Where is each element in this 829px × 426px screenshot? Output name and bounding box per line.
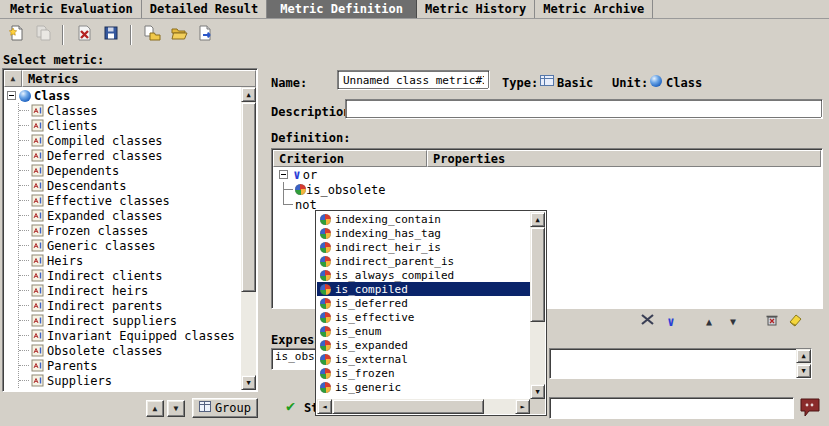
export-metric-button[interactable]	[193, 22, 218, 47]
tree-item-label: Generic classes	[44, 239, 155, 253]
new-metric-button[interactable]	[3, 22, 28, 47]
criterion-icon	[320, 354, 331, 365]
dropdown-item-is-external[interactable]: is_external	[317, 352, 530, 366]
description-input[interactable]	[346, 100, 822, 118]
collapse-toggle-icon[interactable]	[7, 91, 16, 100]
criterion-icon	[320, 228, 331, 239]
expression-text-area[interactable]: ▲ ▼	[549, 348, 812, 379]
tree-item-classes[interactable]: Classes	[19, 103, 240, 118]
criteria-row-or[interactable]: ∨ or	[274, 167, 820, 182]
move-metric-up-button[interactable]: ▲	[146, 400, 164, 417]
erase-criterion-button[interactable]	[784, 311, 806, 331]
tree-item-indirect-suppliers[interactable]: Indirect suppliers	[19, 313, 240, 328]
dropdown-item-is-always-compiled[interactable]: is_always_compiled	[317, 268, 530, 282]
group-toggle-button[interactable]: Group	[192, 398, 258, 418]
tree-item-dependents[interactable]: Dependents	[19, 163, 240, 178]
metrics-column-header[interactable]: Metrics	[22, 70, 256, 87]
tree-connector-line	[279, 182, 295, 197]
tab-metric-definition[interactable]: Metric Definition	[267, 0, 417, 18]
tab-metric-history[interactable]: Metric History	[417, 0, 535, 18]
tree-item-effective-classes[interactable]: Effective classes	[19, 193, 240, 208]
tree-branch-line	[19, 350, 29, 351]
criterion-label: is_obsolete	[306, 183, 385, 197]
dropdown-item-is-deferred[interactable]: is_deferred	[317, 296, 530, 310]
criteria-row-is-obsolete[interactable]: is_obsolete	[274, 182, 820, 197]
tree-item-clients[interactable]: Clients	[19, 118, 240, 133]
dropdown-item-is-effective[interactable]: is_effective	[317, 310, 530, 324]
tree-scrollbar[interactable]: ▲ ▼	[241, 87, 256, 390]
tab-bar: Metric Evaluation Detailed Result Metric…	[0, 0, 829, 19]
dropdown-vscroll-thumb[interactable]	[530, 227, 545, 322]
tab-metric-evaluation[interactable]: Metric Evaluation	[2, 0, 142, 18]
scroll-down-icon[interactable]: ▼	[241, 375, 256, 390]
delete-metric-button[interactable]	[71, 22, 96, 47]
expression-scrollbar[interactable]: ▲ ▼	[796, 349, 811, 378]
tree-branch-line	[19, 215, 29, 216]
metric-item-icon	[31, 224, 44, 237]
scroll-down-icon[interactable]: ▼	[530, 384, 545, 399]
tree-item-obsolete-classes[interactable]: Obsolete classes	[19, 343, 240, 358]
tree-item-indirect-parents[interactable]: Indirect parents	[19, 298, 240, 313]
tree-item-expanded-classes[interactable]: Expanded classes	[19, 208, 240, 223]
scroll-up-icon[interactable]: ▲	[241, 87, 256, 102]
tree-root-class[interactable]: Class	[5, 88, 240, 103]
dropdown-vscrollbar[interactable]: ▲ ▼	[530, 212, 545, 399]
save-metric-button[interactable]	[98, 22, 123, 47]
move-criterion-down-button[interactable]: ▼	[722, 311, 744, 331]
criterion-column-header[interactable]: Criterion	[273, 150, 427, 167]
tree-scrollbar-thumb[interactable]	[241, 102, 256, 292]
criterion-dropdown-list: indexing_contain indexing_has_tag indire…	[317, 212, 530, 399]
delete-criterion-button[interactable]	[760, 311, 782, 331]
duplicate-metric-button[interactable]	[30, 22, 55, 47]
scroll-right-icon[interactable]: ►	[515, 399, 530, 414]
import-metrics-button[interactable]	[139, 22, 164, 47]
tree-item-frozen-classes[interactable]: Frozen classes	[19, 223, 240, 238]
scroll-up-icon[interactable]: ▲	[530, 212, 545, 227]
tab-metric-archive[interactable]: Metric Archive	[535, 0, 653, 18]
tree-item-compiled-classes[interactable]: Compiled classes	[19, 133, 240, 148]
move-metric-down-button[interactable]: ▼	[167, 400, 185, 417]
class-unit-icon	[19, 90, 31, 102]
tree-item-indirect-heirs[interactable]: Indirect heirs	[19, 283, 240, 298]
tree-item-generic-classes[interactable]: Generic classes	[19, 238, 240, 253]
sort-ascending-icon[interactable]: ▲	[4, 70, 22, 87]
tree-item-label: Expanded classes	[44, 209, 163, 223]
dropdown-item-is-compiled[interactable]: is_compiled	[317, 282, 530, 296]
status-field[interactable]	[549, 397, 794, 419]
tree-item-invariant-equipped-classes[interactable]: Invariant Equipped classes	[19, 328, 240, 343]
tree-item-suppliers[interactable]: Suppliers	[19, 373, 240, 388]
dropdown-hscroll-thumb[interactable]	[332, 399, 484, 414]
comment-icon[interactable]	[799, 397, 821, 420]
dropdown-item-indexing-has-tag[interactable]: indexing_has_tag	[317, 226, 530, 240]
dropdown-item-indexing-contain[interactable]: indexing_contain	[317, 212, 530, 226]
dropdown-item-is-enum[interactable]: is_enum	[317, 324, 530, 338]
open-file-button[interactable]	[166, 22, 191, 47]
tree-item-parents[interactable]: Parents	[19, 358, 240, 373]
properties-column-header[interactable]: Properties	[427, 150, 821, 167]
tree-item-descendants[interactable]: Descendants	[19, 178, 240, 193]
collapse-toggle-icon[interactable]	[279, 170, 288, 179]
tree-item-heirs[interactable]: Heirs	[19, 253, 240, 268]
metric-name-input[interactable]	[338, 71, 489, 89]
tree-root-label: Class	[31, 89, 70, 103]
tree-item-deferred-classes[interactable]: Deferred classes	[19, 148, 240, 163]
metric-tool-window: Metric Evaluation Detailed Result Metric…	[0, 0, 829, 426]
dropdown-item-indirect-parent-is[interactable]: indirect_parent_is	[317, 254, 530, 268]
insert-or-button[interactable]: ∨	[660, 311, 682, 331]
scroll-down-icon[interactable]: ▼	[796, 364, 811, 378]
duplicate-metric-icon	[34, 24, 52, 45]
dropdown-item-indirect-heir-is[interactable]: indirect_heir_is	[317, 240, 530, 254]
tree-item-label: Indirect clients	[44, 269, 163, 283]
dropdown-item-is-generic[interactable]: is_generic	[317, 380, 530, 394]
scroll-left-icon[interactable]: ◄	[317, 399, 332, 414]
dropdown-item-is-expanded[interactable]: is_expanded	[317, 338, 530, 352]
dropdown-item-is-frozen[interactable]: is_frozen	[317, 366, 530, 380]
tree-item-indirect-clients[interactable]: Indirect clients	[19, 268, 240, 283]
scroll-up-icon[interactable]: ▲	[796, 349, 811, 363]
swap-criterion-button[interactable]	[636, 311, 658, 331]
tree-item-label: Descendants	[44, 179, 126, 193]
tab-label: Metric Archive	[543, 2, 644, 16]
dropdown-hscrollbar[interactable]: ◄ ►	[317, 399, 530, 414]
tab-detailed-result[interactable]: Detailed Result	[142, 0, 267, 18]
move-criterion-up-button[interactable]: ▲	[698, 311, 720, 331]
